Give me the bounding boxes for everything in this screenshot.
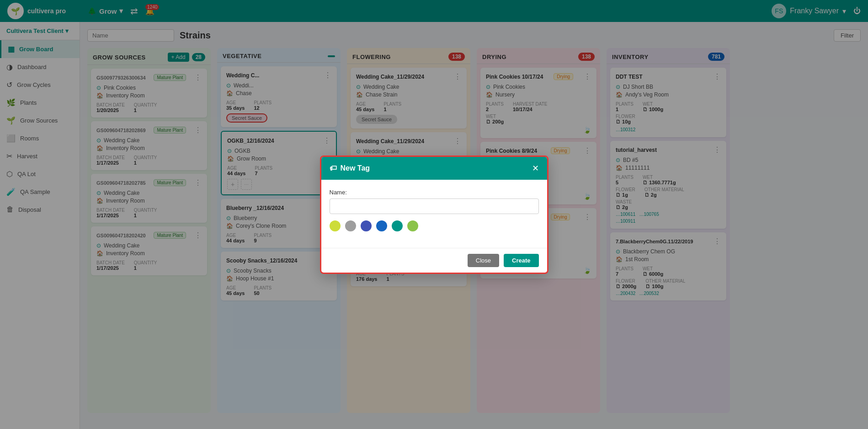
color-picker	[330, 220, 539, 231]
name-field-label: Name:	[330, 189, 539, 196]
tag-icon: 🏷	[330, 164, 337, 172]
color-dot-yellow[interactable]	[330, 220, 341, 231]
modal-close-x-button[interactable]: ✕	[532, 163, 539, 173]
modal-header: 🏷 New Tag ✕	[321, 157, 547, 180]
new-tag-modal: 🏷 New Tag ✕ Name: Close Create	[320, 156, 548, 274]
modal-title: 🏷 New Tag	[330, 164, 370, 172]
create-button[interactable]: Create	[504, 254, 538, 267]
modal-footer: Close Create	[321, 248, 547, 273]
modal-overlay[interactable]: 🏷 New Tag ✕ Name: Close Create	[0, 0, 868, 429]
close-button[interactable]: Close	[468, 254, 499, 267]
color-dot-green[interactable]	[407, 220, 418, 231]
modal-body: Name:	[321, 180, 547, 248]
color-dot-indigo[interactable]	[361, 220, 372, 231]
color-dot-gray[interactable]	[345, 220, 356, 231]
color-dot-blue[interactable]	[376, 220, 387, 231]
color-dot-teal[interactable]	[392, 220, 403, 231]
tag-name-input[interactable]	[330, 198, 539, 214]
